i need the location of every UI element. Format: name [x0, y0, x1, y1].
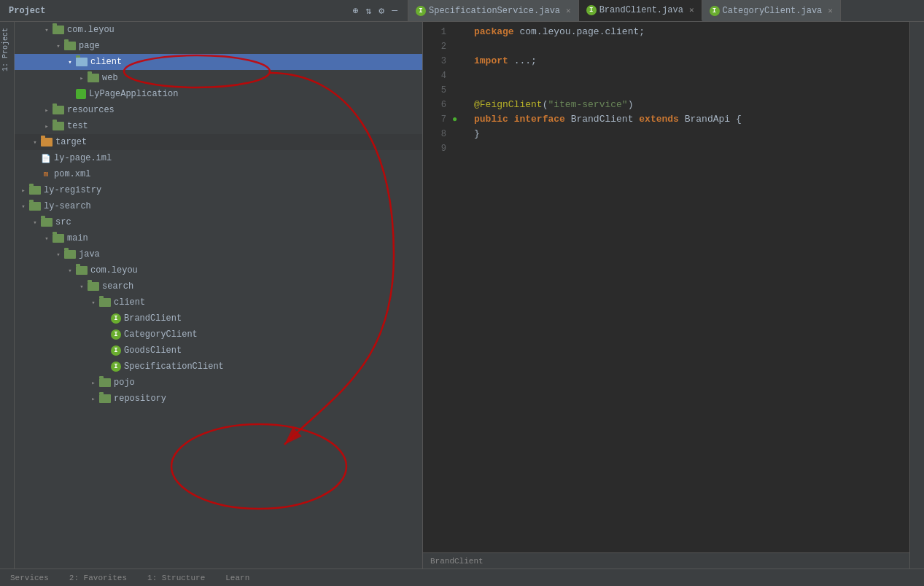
settings-icon[interactable]: ⚙ — [378, 5, 384, 17]
folder-icon-search — [88, 282, 99, 291]
interface-name-brand: BrandClient — [571, 112, 634, 127]
project-panel-header: Project ⊕ ⇅ ⚙ — — [0, 0, 408, 21]
bottom-bar: Services 2: Favorites 1: Structure Learn — [0, 569, 924, 586]
label-pom-xml: pom.xml — [54, 169, 422, 179]
status-filename: BrandClient — [430, 557, 484, 566]
tree-item-resources[interactable]: resources — [15, 102, 422, 118]
tab-specification-service[interactable]: I SpecificationService.java ✕ — [408, 0, 579, 21]
folder-icon-ly-registry — [29, 186, 41, 195]
project-tree[interactable]: com.leyou page client — [15, 22, 422, 569]
bottom-favorites[interactable]: 2: Favorites — [65, 572, 131, 584]
code-line-5 — [474, 83, 902, 98]
tab-brand-client[interactable]: I BrandClient.java ✕ — [579, 0, 702, 21]
tree-item-main[interactable]: main — [15, 230, 422, 246]
spec-tab-label: SpecificationService.java — [429, 6, 560, 16]
keyword-package: package — [474, 25, 514, 39]
arrow-test — [41, 120, 53, 132]
line-num-8: 8 — [429, 127, 446, 141]
tree-item-ly-registry[interactable]: ly-registry — [15, 182, 422, 198]
tree-item-pojo[interactable]: pojo — [15, 375, 422, 391]
label-lypage-app: LyPageApplication — [89, 89, 422, 99]
app-icon-lypage — [76, 89, 86, 99]
gutter-2 — [452, 39, 467, 54]
label-search: search — [102, 281, 422, 292]
tree-item-ly-search[interactable]: ly-search — [15, 198, 422, 214]
brand-tab-close[interactable]: ✕ — [689, 5, 694, 15]
tree-item-test[interactable]: test — [15, 118, 422, 134]
side-project-label[interactable]: 1: Project — [0, 22, 15, 77]
tree-item-web[interactable]: web — [15, 70, 422, 86]
arrow-target — [29, 136, 41, 148]
project-panel: com.leyou page client — [15, 22, 423, 569]
line-num-6: 6 — [429, 98, 446, 112]
tree-item-com-leyou-search[interactable]: com.leyou — [15, 262, 422, 278]
annotation-feign: @FeignClient — [474, 98, 543, 112]
tree-item-category-client[interactable]: I CategoryClient — [15, 327, 422, 343]
tree-item-search-client[interactable]: client — [15, 294, 422, 310]
label-repository: repository — [114, 394, 422, 404]
folder-icon-web — [88, 74, 99, 82]
tree-item-pom-xml[interactable]: m pom.xml — [15, 166, 422, 182]
editor-area: 1 2 3 4 5 6 7 8 9 — [423, 22, 909, 569]
tree-item-search[interactable]: search — [15, 278, 422, 294]
collapse-icon[interactable]: ⇅ — [366, 5, 372, 17]
category-tab-close[interactable]: ✕ — [828, 6, 833, 15]
open-brace: { — [730, 112, 742, 127]
tree-item-page[interactable]: page — [15, 38, 422, 54]
tree-item-ly-page-iml[interactable]: 📄 ly-page.iml — [15, 150, 422, 166]
package-name: com.leyou.page.client; — [519, 25, 645, 39]
tree-item-target[interactable]: target — [15, 134, 422, 150]
label-pojo: pojo — [114, 378, 422, 388]
tree-item-specification-client[interactable]: I SpecificationClient — [15, 359, 422, 375]
editor-status-bar: BrandClient — [423, 552, 909, 569]
folder-icon-search-client — [99, 298, 111, 307]
minimize-icon[interactable]: — — [392, 5, 397, 17]
folder-icon-page — [64, 42, 76, 50]
code-editor[interactable]: package com.leyou.page.client; import ..… — [467, 25, 909, 550]
label-ly-registry: ly-registry — [44, 185, 422, 195]
keyword-public: public — [474, 112, 508, 127]
spec-interface-icon: I — [416, 6, 426, 16]
category-tab-label: CategoryClient.java — [723, 6, 823, 16]
keyword-extends: extends — [639, 112, 679, 127]
line-num-2: 2 — [429, 39, 446, 54]
tree-item-java[interactable]: java — [15, 246, 422, 262]
tree-item-src[interactable]: src — [15, 214, 422, 230]
tree-item-client-selected[interactable]: client — [15, 54, 422, 70]
gutter-6 — [452, 98, 467, 112]
folder-icon-repository — [99, 394, 111, 403]
arrow-web — [76, 72, 88, 84]
folder-icon-target — [41, 138, 53, 146]
gutter-4 — [452, 69, 467, 83]
brand-interface-icon: I — [586, 5, 597, 15]
tree-item-repository[interactable]: repository — [15, 391, 422, 407]
editor-tab-bar: I SpecificationService.java ✕ I BrandCli… — [408, 0, 924, 21]
spec-tab-close[interactable]: ✕ — [566, 6, 571, 15]
extends-brand-api: BrandApi — [685, 112, 730, 127]
locate-icon[interactable]: ⊕ — [353, 5, 359, 17]
bottom-services[interactable]: Services — [6, 572, 53, 584]
bottom-learn[interactable]: Learn — [221, 572, 254, 584]
code-line-8: } — [474, 127, 902, 141]
arrow-client — [64, 56, 76, 68]
folder-icon-resources — [53, 106, 64, 114]
tree-item-goods-client[interactable]: I GoodsClient — [15, 343, 422, 359]
project-label: Project — [9, 6, 45, 16]
line-num-5: 5 — [429, 83, 446, 98]
arrow-search-client — [88, 297, 99, 308]
label-goods-client: GoodsClient — [124, 345, 422, 356]
folder-icon-java — [64, 250, 76, 259]
xml-file-icon: m — [41, 170, 51, 179]
tab-category-client[interactable]: I CategoryClient.java ✕ — [702, 0, 841, 21]
import-ellipsis: ...; — [514, 54, 537, 69]
arrow-repository — [88, 393, 99, 405]
bottom-structure[interactable]: 1: Structure — [143, 572, 209, 584]
label-src: src — [55, 217, 422, 227]
label-com-leyou-page: com.leyou — [67, 25, 422, 35]
arrow-pojo — [88, 377, 99, 388]
tree-item-brand-client[interactable]: I BrandClient — [15, 310, 422, 327]
tree-item-com-leyou-page[interactable]: com.leyou — [15, 22, 422, 38]
label-target: target — [55, 137, 422, 147]
line-num-4: 4 — [429, 69, 446, 83]
tree-item-lypage-app[interactable]: LyPageApplication — [15, 86, 422, 102]
